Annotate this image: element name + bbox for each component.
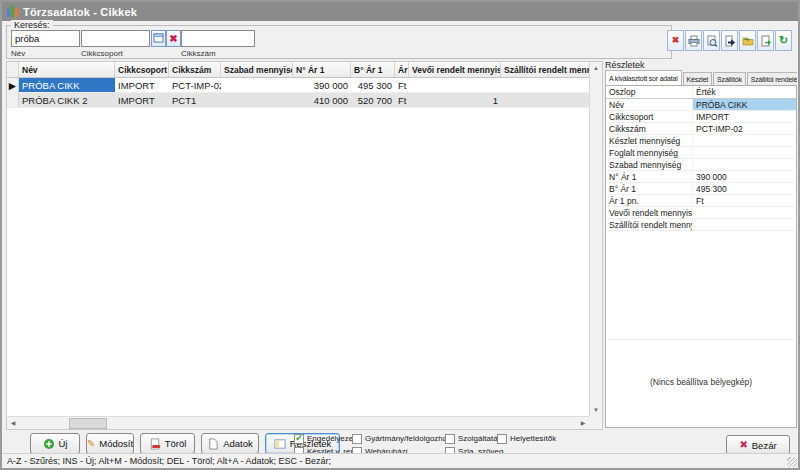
tab-szallitoi-rendelesek[interactable]: Szállítói rendelések <box>747 72 797 85</box>
search-sku-input[interactable] <box>181 30 255 47</box>
grid-header-szallitoi[interactable]: Szállítói rendelt mennyiség <box>501 62 591 77</box>
detail-value[interactable]: IMPORT <box>692 111 796 122</box>
search-name-input[interactable] <box>11 30 80 47</box>
data-button[interactable]: Adatok <box>201 433 259 454</box>
cell-szallitoi[interactable] <box>501 78 591 93</box>
cell-vevoi[interactable] <box>409 78 501 93</box>
grid-header-ar[interactable]: Ár <box>395 62 409 77</box>
edit-button[interactable]: ✎ Módosít <box>86 433 134 454</box>
file-export-icon <box>760 35 772 47</box>
checkbox-engedelyezett[interactable] <box>294 434 304 444</box>
tab-selected-row-data[interactable]: A kiválasztott sor adatai <box>605 70 682 85</box>
cell-cikkcsoport[interactable]: IMPORT <box>115 78 169 93</box>
grid-header-vevoi[interactable]: Vevői rendelt mennyiség <box>409 62 501 77</box>
detail-value[interactable]: 390 000 <box>692 171 796 182</box>
delete-button[interactable]: Töröl <box>140 433 195 454</box>
cell-vevoi[interactable]: 1 <box>409 93 501 108</box>
grid-header-cikkcsoport[interactable]: Cikkcsoport <box>115 62 169 77</box>
refresh-icon: ↻ <box>779 35 788 46</box>
cell-nar1[interactable]: 390 000 <box>293 78 351 93</box>
cell-nev[interactable]: PRÓBA CIKK <box>19 78 115 93</box>
refresh-button[interactable]: ↻ <box>775 30 792 51</box>
checkbox-gyartmany[interactable] <box>352 434 362 444</box>
tab-keszlet[interactable]: Készlet <box>683 72 713 85</box>
detail-value[interactable] <box>692 159 796 170</box>
detail-row[interactable]: Cikkcsoport IMPORT <box>606 111 796 123</box>
flag-engedelyezett[interactable]: Engedélyezett <box>294 433 352 444</box>
detail-row[interactable]: Vevői rendelt mennyiség <box>606 207 796 219</box>
group-clear-button[interactable]: ✖ <box>166 30 181 47</box>
close-button[interactable]: ✖ Bezár <box>726 435 790 455</box>
detail-row[interactable]: Név PRÓBA CIKK <box>606 99 796 111</box>
detail-label: Cikkcsoport <box>606 111 692 122</box>
search-group-label: Keresés: <box>11 20 53 30</box>
flag-helyettesitok[interactable]: Helyettesítők <box>497 433 567 444</box>
open-folder-button[interactable] <box>739 30 756 51</box>
detail-value-selected[interactable]: PRÓBA CIKK <box>692 99 796 110</box>
print-button[interactable] <box>685 30 702 51</box>
group-lookup-button[interactable] <box>151 30 166 47</box>
cell-cikkszam[interactable]: PCT-IMP-02 <box>169 78 221 93</box>
detail-value[interactable] <box>692 219 796 230</box>
export-file-button[interactable] <box>757 30 774 51</box>
scroll-up-icon[interactable]: ▲ <box>590 62 602 74</box>
grid-row[interactable]: PRÓBA CIKK 2 IMPORT PCT1 410 000 520 700… <box>7 93 591 108</box>
grid-vertical-scrollbar[interactable]: ▲ ▼ <box>589 62 602 416</box>
checkbox-helyettesitok[interactable] <box>497 434 507 444</box>
resize-grip-icon[interactable] <box>787 457 797 467</box>
flag-szolgaltatas[interactable]: Szolgáltatás <box>445 433 497 444</box>
cancel-button[interactable]: ✖ <box>667 30 684 51</box>
grid-header-szabad[interactable]: Szabad mennyiség <box>221 62 293 77</box>
cell-szabad[interactable] <box>221 78 293 93</box>
scroll-down-icon[interactable]: ▼ <box>590 404 602 416</box>
flag-label: Helyettesítők <box>510 434 556 443</box>
tab-szallitok[interactable]: Szállítók <box>713 72 746 85</box>
print-preview-button[interactable] <box>703 30 720 51</box>
detail-row[interactable]: Készlet mennyiség <box>606 135 796 147</box>
new-button[interactable]: Új <box>30 433 80 454</box>
export-data-button[interactable] <box>721 30 738 51</box>
checkbox-szolgaltatas[interactable] <box>445 434 455 444</box>
grid-header-nev[interactable]: Név <box>19 62 115 77</box>
detail-row[interactable]: Cikkszám PCT-IMP-02 <box>606 123 796 135</box>
detail-row[interactable]: Szállítói rendelt mennyiség <box>606 219 796 231</box>
detail-value[interactable] <box>692 147 796 158</box>
flag-gyartmany[interactable]: Gyártmány/feldolgozható <box>352 433 445 444</box>
search-group-input[interactable] <box>81 30 150 47</box>
search-sku-label: Cikkszám <box>181 49 216 58</box>
flag-label: Gyártmány/feldolgozható <box>365 434 454 443</box>
cell-nar1[interactable]: 410 000 <box>293 93 351 108</box>
detail-row[interactable]: N° Ár 1 390 000 <box>606 171 796 183</box>
grid-header-nar1[interactable]: N° Ár 1 <box>293 62 351 77</box>
cell-cikkcsoport[interactable]: IMPORT <box>115 93 169 108</box>
detail-row[interactable]: Foglalt mennyiség <box>606 147 796 159</box>
grid-header-bar1[interactable]: B° Ár 1 <box>351 62 395 77</box>
cell-bar1[interactable]: 520 700 <box>351 93 395 108</box>
cell-nev[interactable]: PRÓBA CIKK 2 <box>19 93 115 108</box>
scrollbar-thumb[interactable] <box>69 418 107 429</box>
grid-horizontal-scrollbar[interactable]: ◀ ▶ <box>7 416 589 429</box>
detail-value[interactable]: 495 300 <box>692 183 796 194</box>
detail-value[interactable]: Ft <box>692 195 796 206</box>
detail-row[interactable]: Szabad mennyiség <box>606 159 796 171</box>
cell-ar[interactable]: Ft <box>395 78 409 93</box>
cell-cikkszam[interactable]: PCT1 <box>169 93 221 108</box>
grid-row-selected[interactable]: ▶ PRÓBA CIKK IMPORT PCT-IMP-02 390 000 4… <box>7 78 591 93</box>
export-data-icon <box>724 35 736 47</box>
detail-value[interactable]: PCT-IMP-02 <box>692 123 796 134</box>
details-sheet: Oszlop Érték Név PRÓBA CIKK Cikkcsoport … <box>605 85 797 428</box>
cell-szabad[interactable] <box>221 93 293 108</box>
scroll-right-icon[interactable]: ▶ <box>577 417 589 429</box>
detail-label: Cikkszám <box>606 123 692 134</box>
scroll-left-icon[interactable]: ◀ <box>7 417 19 429</box>
close-label: Bezár <box>752 440 777 451</box>
detail-row[interactable]: Ár 1 pn. Ft <box>606 195 796 207</box>
detail-value[interactable] <box>692 135 796 146</box>
cell-szallitoi[interactable] <box>501 93 591 108</box>
cell-ar[interactable]: Ft <box>395 93 409 108</box>
detail-value[interactable] <box>692 207 796 218</box>
cell-bar1[interactable]: 495 300 <box>351 78 395 93</box>
detail-row[interactable]: B° Ár 1 495 300 <box>606 183 796 195</box>
panel-columns-icon <box>274 438 286 450</box>
grid-header-cikkszam[interactable]: Cikkszám <box>169 62 221 77</box>
